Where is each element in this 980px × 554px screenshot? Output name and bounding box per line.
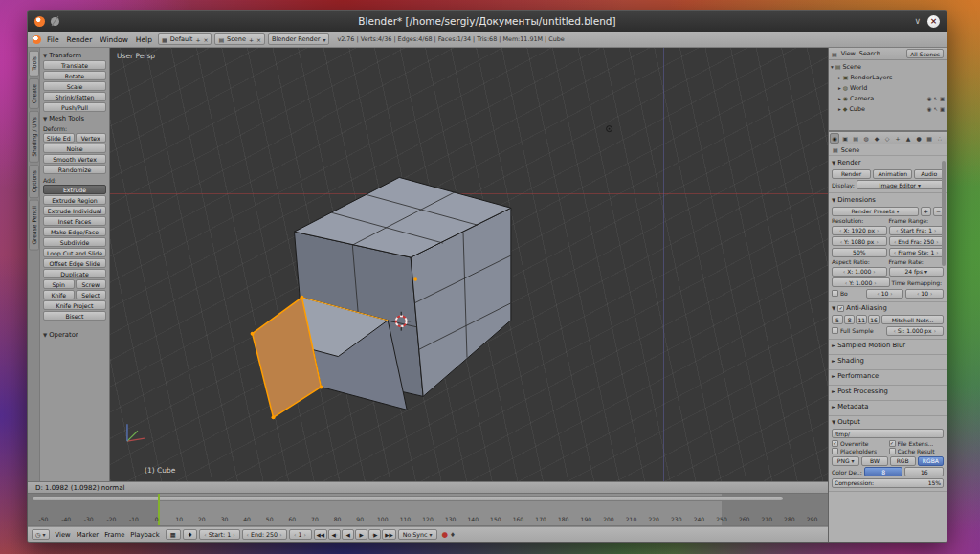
tool-button[interactable]: Duplicate xyxy=(43,269,106,278)
layout-selector[interactable]: ▦ Default + × xyxy=(158,33,212,45)
app-menu-icon[interactable] xyxy=(33,35,41,44)
engine-name[interactable]: Blender Render xyxy=(272,35,320,43)
properties-tab-constraints-icon[interactable]: ◇ xyxy=(882,133,892,144)
panel-header-operator[interactable]: ▼ Operator xyxy=(43,329,106,340)
start-frame-field[interactable]: Start Fra: 1 xyxy=(889,226,945,235)
visibility-eye-icon[interactable]: ◉ xyxy=(927,106,932,112)
anti-aliasing-checkbox[interactable]: ✓ xyxy=(837,305,844,312)
edge-slide-button[interactable]: Slide Ed xyxy=(43,133,75,143)
panel-header-render[interactable]: ▼ Render xyxy=(832,157,944,167)
panel-header-shading[interactable]: ► Shading xyxy=(832,356,944,366)
outliner-item-cube[interactable]: ▸ ◆ Cube ◉ ↖ ▣ xyxy=(831,103,945,114)
aa-samples-button[interactable]: 8 xyxy=(844,315,856,324)
scene-browse-icon[interactable]: ▤ xyxy=(218,36,224,43)
render-button[interactable]: Render xyxy=(832,169,871,179)
properties-tab-render-icon[interactable]: ◉ xyxy=(830,133,839,144)
animation-button[interactable]: Animation xyxy=(873,169,912,179)
properties-tab-scene-icon[interactable]: ▤ xyxy=(851,133,860,144)
timeline-menu-item[interactable]: Marker xyxy=(77,531,100,539)
tool-button[interactable]: Shrink/Fatten xyxy=(43,92,106,101)
tool-button[interactable]: Randomize xyxy=(43,165,106,174)
jump-to-start-button[interactable]: ◀◀ xyxy=(314,529,328,540)
tool-button[interactable]: Translate xyxy=(43,60,106,70)
menubar-item[interactable]: Window xyxy=(97,35,131,44)
properties-tab-material-icon[interactable]: ● xyxy=(914,133,924,144)
overwrite-checkbox[interactable]: ✓ xyxy=(832,440,838,447)
vertex-slide-button[interactable]: Vertex xyxy=(76,133,107,143)
file-extensions-checkbox[interactable]: ✓ xyxy=(889,440,896,447)
current-frame-field[interactable]: 1 xyxy=(289,529,312,540)
selectability-arrow-icon[interactable]: ↖ xyxy=(933,106,938,112)
placeholders-checkbox[interactable] xyxy=(832,448,838,454)
outliner-item-renderlayers[interactable]: ▸ ▣ RenderLayers xyxy=(831,72,945,82)
outliner-editor-type-icon[interactable]: ▤ xyxy=(832,51,837,57)
timeline-ruler[interactable]: -50-40-30-20-100102030405060708090100110… xyxy=(28,494,828,526)
properties-tab-render-layers-icon[interactable]: ▣ xyxy=(840,133,850,144)
scene-name[interactable]: Scene xyxy=(227,35,246,43)
aa-samples-button[interactable]: 5 xyxy=(832,315,843,324)
tool-button[interactable]: Bisect xyxy=(43,311,106,321)
color-depth-16-button[interactable]: 16 xyxy=(904,467,944,476)
expand-icon[interactable]: ▸ xyxy=(838,75,841,80)
frame-start-field[interactable]: Start: 1 xyxy=(199,529,239,540)
properties-scrollbar[interactable] xyxy=(942,161,946,266)
resolution-y-field[interactable]: Y: 1080 px xyxy=(832,236,887,246)
expand-icon[interactable]: ▸ xyxy=(838,106,841,112)
properties-tab-physics-icon[interactable]: ∴ xyxy=(935,133,945,144)
tool-button[interactable]: Rotate xyxy=(43,71,106,80)
panel-header-transform[interactable]: ▼ Transform xyxy=(43,50,106,60)
layout-name[interactable]: Default xyxy=(170,35,193,43)
aa-samples-button[interactable]: 16 xyxy=(868,315,880,324)
outliner-item-scene[interactable]: ▾ ▤ Scene xyxy=(831,61,945,72)
resolution-percentage-slider[interactable]: 50% xyxy=(832,248,887,257)
properties-tab-object-icon[interactable]: ◆ xyxy=(872,133,881,144)
jump-to-end-button[interactable]: ▶▶ xyxy=(382,529,396,540)
channels-rgba-button[interactable]: RGBA xyxy=(918,456,944,466)
channels-bw-button[interactable]: BW xyxy=(861,456,887,466)
toolshelf-tab[interactable]: Tools xyxy=(29,51,39,77)
extrude-button[interactable]: Extrude xyxy=(43,185,106,194)
layout-browse-icon[interactable]: ▦ xyxy=(162,36,167,43)
expand-icon[interactable]: ▾ xyxy=(831,64,834,70)
sync-mode-dropdown[interactable]: No Sync ▾ xyxy=(398,529,437,540)
spin-button[interactable]: Spin xyxy=(43,279,75,289)
viewport-3d[interactable]: User Persp (1) Cube xyxy=(110,48,828,481)
aa-size-field[interactable]: Si: 1.000 px xyxy=(886,326,945,336)
knife-button[interactable]: Knife xyxy=(43,290,75,299)
outliner-display-mode-dropdown[interactable]: All Scenes xyxy=(906,49,944,58)
frame-end-field[interactable]: End: 250 xyxy=(242,529,287,540)
panel-header-mesh-tools[interactable]: ▼ Mesh Tools xyxy=(43,113,106,123)
toolshelf-tab[interactable]: Options xyxy=(29,165,39,198)
tool-button[interactable]: Smooth Vertex xyxy=(43,154,106,164)
audio-button[interactable]: Audio xyxy=(914,169,944,179)
display-dropdown[interactable]: Image Editor ▾ xyxy=(857,180,944,189)
full-sample-checkbox[interactable] xyxy=(832,327,838,334)
panel-header-sampled-motion-blur[interactable]: ► Sampled Motion Blur xyxy=(832,341,944,351)
toolshelf-tab[interactable]: Create xyxy=(29,78,39,109)
preset-add-button[interactable]: + xyxy=(921,207,931,216)
tool-button[interactable]: Loop Cut and Slide xyxy=(43,248,106,257)
timeline-menu-item[interactable]: Playback xyxy=(130,531,159,539)
menubar-item[interactable]: Help xyxy=(133,35,155,44)
close-button[interactable]: × xyxy=(927,15,940,28)
tool-button[interactable]: Noise xyxy=(43,144,106,153)
timeline-editor-type-button[interactable]: ◷ ▾ xyxy=(32,529,50,540)
knife-select-button[interactable]: Select xyxy=(76,290,107,299)
layout-delete-button[interactable]: × xyxy=(203,36,208,43)
visibility-eye-icon[interactable]: ◉ xyxy=(927,96,932,101)
tool-button[interactable]: Make Edge/Face xyxy=(43,227,106,236)
keying-set-button[interactable]: ♦ xyxy=(183,529,198,540)
properties-tab-texture-icon[interactable]: ▦ xyxy=(924,133,934,144)
panel-header-dimensions[interactable]: ▼ Dimensions xyxy=(832,194,944,205)
tool-button[interactable]: Push/Pull xyxy=(43,102,106,112)
tool-button[interactable]: Extrude Individual xyxy=(43,206,106,215)
end-frame-field[interactable]: End Fra: 250 xyxy=(889,236,945,246)
tool-button[interactable]: Extrude Region xyxy=(43,195,106,205)
frames-toggle-button[interactable]: ▦ xyxy=(166,529,181,540)
expand-icon[interactable]: ▸ xyxy=(838,96,841,101)
viewport-scene[interactable] xyxy=(110,48,828,481)
timeline-menu-item[interactable]: Frame xyxy=(104,531,124,539)
play-reverse-button[interactable]: ◀ xyxy=(342,529,354,540)
aspect-x-field[interactable]: X: 1.000 xyxy=(832,267,887,277)
render-engine-selector[interactable]: Blender Render ▾ xyxy=(268,33,329,45)
